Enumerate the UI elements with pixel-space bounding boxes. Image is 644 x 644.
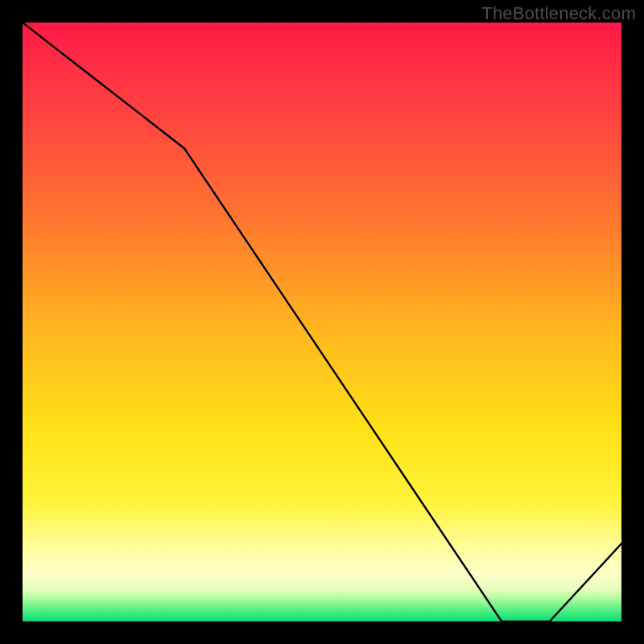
chart-frame: TheBottleneck.com [0, 0, 644, 644]
watermark-text: TheBottleneck.com [481, 3, 636, 24]
bottleneck-line [23, 23, 621, 621]
plot-area [23, 23, 621, 621]
